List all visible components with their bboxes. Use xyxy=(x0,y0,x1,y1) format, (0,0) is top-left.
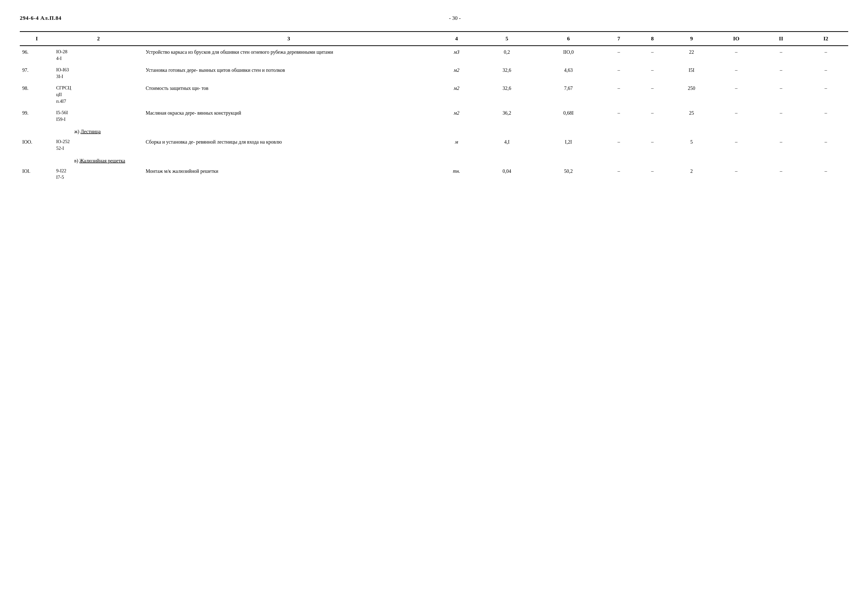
table-cell-col4: м xyxy=(434,136,479,154)
table-row: 97.IO-I63 3I-IУстановка готовых дере- вы… xyxy=(20,64,848,82)
table-cell-col11: – xyxy=(759,64,803,82)
table-cell-col11: – xyxy=(759,107,803,125)
col-header-3: 3 xyxy=(143,32,434,46)
table-cell-col12: – xyxy=(803,64,848,82)
col-header-11: II xyxy=(759,32,803,46)
table-cell-col2: СГРСЦ цII п.4I7 xyxy=(54,82,143,107)
table-cell-col12: – xyxy=(803,82,848,107)
table-cell-col1: IOO. xyxy=(20,136,54,154)
table-cell-col10: – xyxy=(714,165,759,183)
table-header-row: I 2 3 4 5 6 7 8 9 IO II I2 xyxy=(20,32,848,46)
table-cell-col3: Масляная окраска дере- вянных конструкци… xyxy=(143,107,434,125)
table-cell-col12: – xyxy=(803,136,848,154)
table-cell-col8: – xyxy=(636,107,669,125)
table-cell-col9: 25 xyxy=(669,107,714,125)
table-cell-col5: 32,6 xyxy=(479,64,535,82)
table-cell-col3: Монтаж м/к жалюзийной решетки xyxy=(143,165,434,183)
table-cell-col7: – xyxy=(602,82,636,107)
table-cell-col7: – xyxy=(602,64,636,82)
table-cell-col3: Стоимость защитных щи- тов xyxy=(143,82,434,107)
table-cell-col3: Установка готовых дере- вынных щитов обш… xyxy=(143,64,434,82)
table-cell-col1: IOI. xyxy=(20,165,54,183)
table-cell-col1: 99. xyxy=(20,107,54,125)
table-cell-col4: тн. xyxy=(434,165,479,183)
table-cell-col9: 5 xyxy=(669,136,714,154)
table-row: IOI.9-I22 I7-5Монтаж м/к жалюзийной реше… xyxy=(20,165,848,183)
table-cell-col2: IO-28 4-I xyxy=(54,46,143,64)
table-cell-col12: – xyxy=(803,107,848,125)
header-center: - 30 - xyxy=(449,15,461,21)
table-cell-col8: – xyxy=(636,136,669,154)
col-header-9: 9 xyxy=(669,32,714,46)
table-cell-col10: – xyxy=(714,46,759,64)
table-cell-col1: 97. xyxy=(20,64,54,82)
table-cell-col11: – xyxy=(759,136,803,154)
col-header-5: 5 xyxy=(479,32,535,46)
table-row: IOO.IO-252 52-IСборка и установка де- ре… xyxy=(20,136,848,154)
table-cell-col11: – xyxy=(759,165,803,183)
table-cell-col4: м2 xyxy=(434,64,479,82)
table-cell-col4: м2 xyxy=(434,107,479,125)
header-left: 294-6-4 Ал.П.84 xyxy=(20,15,62,21)
table-cell-col8: – xyxy=(636,165,669,183)
table-cell-col3: Сборка и установка де- ревянной лестницы… xyxy=(143,136,434,154)
table-cell-col6: 50,2 xyxy=(535,165,602,183)
section-label: в) Жалюзийная решетка xyxy=(20,154,848,165)
table-cell-col11: – xyxy=(759,46,803,64)
table-cell-col10: – xyxy=(714,107,759,125)
table-cell-col4: мЗ xyxy=(434,46,479,64)
table-cell-col4: м2 xyxy=(434,82,479,107)
table-cell-col12: – xyxy=(803,46,848,64)
table-cell-col5: 36,2 xyxy=(479,107,535,125)
section-label: ж) Лестница xyxy=(20,125,848,136)
table-cell-col6: 4,63 xyxy=(535,64,602,82)
table-cell-col7: – xyxy=(602,136,636,154)
table-cell-col8: – xyxy=(636,82,669,107)
table-cell-col2: I5-56I I59-I xyxy=(54,107,143,125)
table-row: ж) Лестница xyxy=(20,125,848,136)
table-cell-col2: 9-I22 I7-5 xyxy=(54,165,143,183)
col-header-7: 7 xyxy=(602,32,636,46)
table-cell-col7: – xyxy=(602,46,636,64)
col-header-10: IO xyxy=(714,32,759,46)
table-cell-col8: – xyxy=(636,46,669,64)
table-cell-col6: I,2I xyxy=(535,136,602,154)
table-cell-col9: 2 xyxy=(669,165,714,183)
table-cell-col7: – xyxy=(602,107,636,125)
table-cell-col3: Устройство каркаса из брусков для обшивк… xyxy=(143,46,434,64)
table-row: в) Жалюзийная решетка xyxy=(20,154,848,165)
table-cell-col9: 22 xyxy=(669,46,714,64)
col-header-2: 2 xyxy=(54,32,143,46)
col-header-8: 8 xyxy=(636,32,669,46)
col-header-6: 6 xyxy=(535,32,602,46)
table-cell-col6: IIO,0 xyxy=(535,46,602,64)
table-row: 96.IO-28 4-IУстройство каркаса из бруско… xyxy=(20,46,848,64)
col-header-4: 4 xyxy=(434,32,479,46)
table-cell-col12: – xyxy=(803,165,848,183)
table-cell-col5: 0,2 xyxy=(479,46,535,64)
table-cell-col9: 250 xyxy=(669,82,714,107)
table-cell-col1: 96. xyxy=(20,46,54,64)
page-header: 294-6-4 Ал.П.84 - 30 - xyxy=(20,15,848,21)
table-cell-col10: – xyxy=(714,136,759,154)
table-cell-col11: – xyxy=(759,82,803,107)
col-header-12: I2 xyxy=(803,32,848,46)
table-cell-col8: – xyxy=(636,64,669,82)
table-cell-col7: – xyxy=(602,165,636,183)
table-row: 99.I5-56I I59-IМасляная окраска дере- вя… xyxy=(20,107,848,125)
table-cell-col2: IO-252 52-I xyxy=(54,136,143,154)
col-header-1: I xyxy=(20,32,54,46)
table-cell-col5: 4,I xyxy=(479,136,535,154)
table-cell-col10: – xyxy=(714,82,759,107)
table-cell-col10: – xyxy=(714,64,759,82)
table-cell-col6: 7,67 xyxy=(535,82,602,107)
table-row: 98.СГРСЦ цII п.4I7Стоимость защитных щи-… xyxy=(20,82,848,107)
table-cell-col2: IO-I63 3I-I xyxy=(54,64,143,82)
main-table: I 2 3 4 5 6 7 8 9 IO II I2 96.IO-28 4-IУ… xyxy=(20,31,848,183)
table-cell-col1: 98. xyxy=(20,82,54,107)
table-cell-col9: I5I xyxy=(669,64,714,82)
table-cell-col5: 0,04 xyxy=(479,165,535,183)
table-cell-col5: 32,6 xyxy=(479,82,535,107)
table-cell-col6: 0,68I xyxy=(535,107,602,125)
